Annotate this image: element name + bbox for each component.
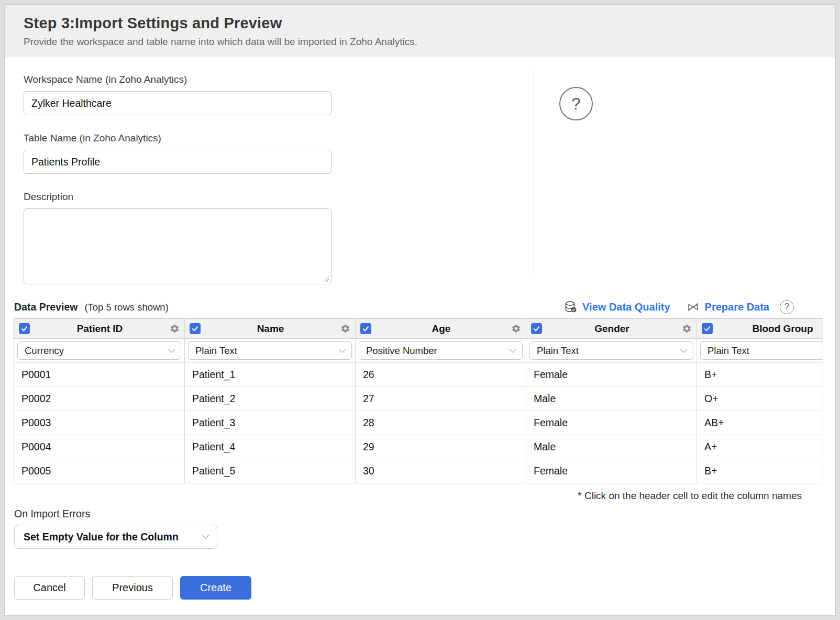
table-cell: AB+ xyxy=(697,411,823,435)
description-textarea[interactable] xyxy=(24,208,331,284)
on-import-errors-value: Set Empty Value for the Column xyxy=(24,531,179,543)
workspace-name-label: Workspace Name (in Zoho Analytics) xyxy=(24,74,835,85)
column-header-patient-id[interactable]: Patient ID xyxy=(14,319,185,338)
table-cell: 29 xyxy=(356,435,526,459)
column-title[interactable]: Age xyxy=(371,323,511,335)
previous-button[interactable]: Previous xyxy=(92,576,173,600)
prepare-data-link[interactable]: Prepare Data xyxy=(686,300,769,314)
table-cell: Male xyxy=(526,435,697,459)
column-type-select[interactable]: Positive Number xyxy=(359,341,523,360)
table-cell: P0005 xyxy=(14,459,185,483)
chevron-down-icon xyxy=(680,346,687,353)
chevron-down-icon xyxy=(510,346,516,353)
table-cell: A+ xyxy=(697,435,823,459)
view-data-quality-link[interactable]: View Data Quality xyxy=(563,300,670,314)
column-checkbox[interactable] xyxy=(190,323,201,334)
import-settings-form: Workspace Name (in Zoho Analytics) Table… xyxy=(5,57,835,295)
table-row: P0004Patient_429MaleA+ xyxy=(14,435,823,459)
prepare-data-icon xyxy=(686,300,700,314)
column-type-value: Plain Text xyxy=(708,345,749,357)
description-label: Description xyxy=(24,191,835,203)
table-name-label: Table Name (in Zoho Analytics) xyxy=(24,132,835,144)
column-type-row: CurrencyPlain TextPositive NumberPlain T… xyxy=(14,339,823,363)
table-cell: Patient_1 xyxy=(185,363,356,386)
table-cell: 30 xyxy=(356,459,526,483)
workspace-name-input[interactable] xyxy=(24,91,331,115)
import-wizard-window: Step 3:Import Settings and Preview Provi… xyxy=(4,4,836,616)
table-cell: 28 xyxy=(356,411,526,435)
on-import-errors-label: On Import Errors xyxy=(14,508,835,520)
column-header-name[interactable]: Name xyxy=(185,319,356,338)
column-checkbox[interactable] xyxy=(702,323,713,334)
table-row: P0002Patient_227MaleO+ xyxy=(14,387,823,411)
table-cell: P0004 xyxy=(14,435,185,459)
table-cell: Patient_2 xyxy=(185,387,356,411)
gear-icon[interactable] xyxy=(340,324,351,334)
gear-icon[interactable] xyxy=(682,324,692,334)
wizard-step-header: Step 3:Import Settings and Preview Provi… xyxy=(5,5,835,57)
table-cell: B+ xyxy=(697,363,823,386)
table-body: P0001Patient_126FemaleB+P0002Patient_227… xyxy=(14,363,823,483)
table-header-row: Patient IDNameAgeGenderBlood Group xyxy=(14,319,823,339)
help-icon[interactable]: ? xyxy=(559,87,593,120)
create-button[interactable]: Create xyxy=(180,576,251,600)
page-title: Step 3:Import Settings and Preview xyxy=(24,15,835,32)
column-type-select[interactable]: Currency xyxy=(17,341,181,360)
table-cell: 27 xyxy=(356,387,526,411)
page-subtitle: Provide the workspace and table name int… xyxy=(24,36,835,48)
column-type-value: Plain Text xyxy=(195,345,237,357)
column-checkbox[interactable] xyxy=(19,323,30,334)
table-cell: P0001 xyxy=(14,363,185,386)
wizard-actions: Cancel Previous Create xyxy=(14,576,835,600)
data-preview-title: Data Preview xyxy=(14,301,78,313)
column-type-cell: Plain Text xyxy=(697,339,823,362)
view-data-quality-label: View Data Quality xyxy=(582,301,670,313)
section-divider xyxy=(534,70,534,278)
column-type-cell: Plain Text xyxy=(526,339,697,362)
column-title[interactable]: Name xyxy=(201,323,340,335)
on-import-errors-select[interactable]: Set Empty Value for the Column xyxy=(14,525,217,549)
table-cell: Patient_3 xyxy=(185,411,356,435)
column-type-cell: Currency xyxy=(14,339,185,362)
table-cell: Female xyxy=(526,459,697,483)
table-cell: P0002 xyxy=(14,387,185,411)
table-cell: Male xyxy=(526,387,697,411)
column-header-blood-group[interactable]: Blood Group xyxy=(697,319,823,338)
data-preview-subtitle: (Top 5 rows shown) xyxy=(84,302,168,313)
column-checkbox[interactable] xyxy=(531,323,542,334)
column-header-gender[interactable]: Gender xyxy=(526,319,697,338)
gear-icon[interactable] xyxy=(511,324,522,334)
table-cell: O+ xyxy=(697,387,823,411)
column-checkbox[interactable] xyxy=(360,323,371,334)
table-cell: 26 xyxy=(356,363,526,386)
table-name-input[interactable] xyxy=(24,150,331,174)
table-cell: B+ xyxy=(697,459,823,483)
column-type-cell: Plain Text xyxy=(185,339,356,362)
column-type-value: Positive Number xyxy=(366,345,437,357)
table-cell: Patient_4 xyxy=(185,435,356,459)
resize-handle-icon[interactable] xyxy=(323,275,329,282)
column-title[interactable]: Gender xyxy=(542,323,682,335)
column-title[interactable]: Patient ID xyxy=(30,323,170,335)
column-type-select[interactable]: Plain Text xyxy=(529,341,693,360)
column-type-select[interactable]: Plain Text xyxy=(188,341,352,360)
column-header-age[interactable]: Age xyxy=(356,319,526,338)
question-mark-glyph: ? xyxy=(784,302,789,312)
table-cell: Female xyxy=(526,411,697,435)
chevron-down-icon xyxy=(339,346,346,353)
prepare-data-label: Prepare Data xyxy=(705,301,769,313)
edit-columns-note: * Click on the header cell to edit the c… xyxy=(14,490,823,502)
column-title[interactable]: Blood Group xyxy=(713,323,823,335)
table-cell: Female xyxy=(526,363,697,386)
column-type-cell: Positive Number xyxy=(356,339,526,362)
column-type-value: Plain Text xyxy=(537,345,579,357)
cancel-button[interactable]: Cancel xyxy=(14,576,85,600)
preview-help-icon[interactable]: ? xyxy=(780,300,794,314)
table-cell: Patient_5 xyxy=(185,459,356,483)
gear-icon[interactable] xyxy=(170,324,180,334)
column-type-select[interactable]: Plain Text xyxy=(700,341,823,360)
table-row: P0005Patient_530FemaleB+ xyxy=(14,459,823,483)
chevron-down-icon xyxy=(168,346,175,353)
question-mark-glyph: ? xyxy=(571,94,581,114)
table-row: P0003Patient_328FemaleAB+ xyxy=(14,411,823,435)
